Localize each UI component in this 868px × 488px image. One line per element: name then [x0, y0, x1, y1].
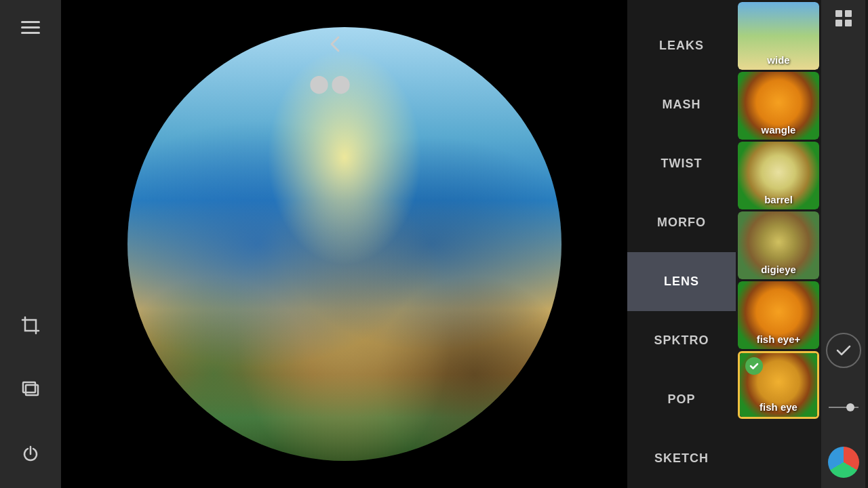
filter-sketch[interactable]: SKETCH [627, 429, 736, 488]
svg-rect-1 [26, 385, 38, 395]
color-adjust-button[interactable] [828, 447, 859, 478]
filter-pop[interactable]: POP [627, 370, 736, 429]
filter-morfo[interactable]: MORFO [627, 193, 736, 252]
thumb-label-digieye: digieye [738, 264, 819, 275]
slider-control[interactable] [829, 402, 859, 413]
filter-thumb-fisheye[interactable]: fish eye [738, 351, 819, 419]
confirm-button[interactable] [826, 333, 861, 368]
filter-mash[interactable]: MASH [627, 75, 736, 134]
camera-view: ⬤⬤ [61, 0, 627, 488]
svg-rect-0 [23, 382, 35, 392]
filter-spktro[interactable]: SPKTRO [627, 311, 736, 370]
grid-button[interactable] [835, 10, 852, 26]
filter-thumb-wide[interactable]: wide [738, 2, 819, 70]
filter-twist[interactable]: TWIST [627, 134, 736, 193]
right-controls [821, 0, 865, 488]
filter-thumb-digieye[interactable]: digieye [738, 211, 819, 279]
thumb-label-fisheyeplus: fish eye+ [738, 333, 819, 345]
filter-list: LEAKS MASH TWIST MORFO LENS SPKTRO POP S… [627, 0, 736, 488]
filter-lens[interactable]: LENS [627, 252, 736, 311]
thumb-label-wangle: wangle [738, 124, 819, 136]
filter-thumbnails: wide wangle barrel digieye fish eye+ [736, 0, 821, 488]
filter-thumb-barrel[interactable]: barrel [738, 142, 819, 209]
filter-leaks[interactable]: LEAKS [627, 16, 736, 75]
glasses-button[interactable]: ⬤⬤ [309, 73, 353, 94]
power-button[interactable] [17, 441, 44, 468]
layers-button[interactable] [17, 376, 44, 403]
menu-button[interactable] [17, 14, 44, 41]
back-button[interactable] [322, 30, 349, 58]
filter-thumb-fisheyeplus[interactable]: fish eye+ [738, 281, 819, 349]
thumb-label-fisheye: fish eye [740, 401, 817, 413]
filter-thumb-wangle[interactable]: wangle [738, 72, 819, 140]
left-sidebar [0, 0, 61, 488]
thumb-label-barrel: barrel [738, 194, 819, 205]
crop-button[interactable] [17, 312, 44, 339]
thumb-label-wide: wide [738, 54, 819, 66]
selected-checkmark [745, 357, 763, 375]
filter-panel: LEAKS MASH TWIST MORFO LENS SPKTRO POP S… [627, 0, 868, 488]
